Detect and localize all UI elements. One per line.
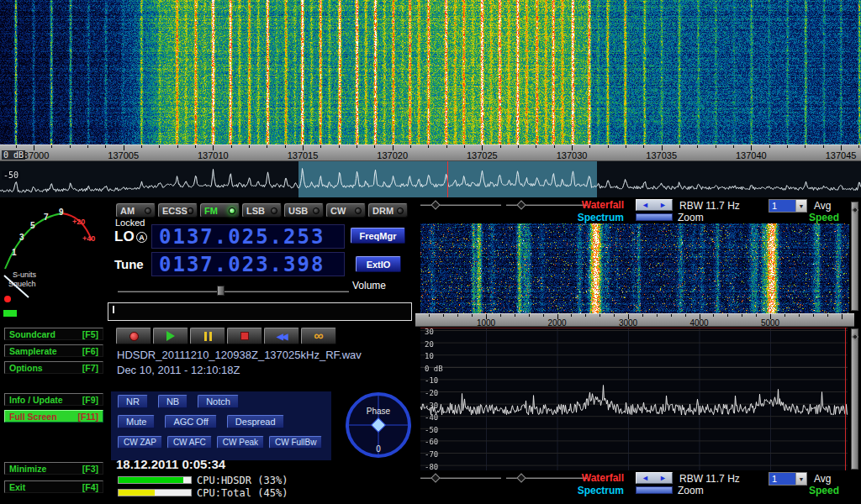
options-button[interactable]: Options[F7] [4,361,103,374]
af-frequency-scale[interactable]: 10002000300040005000 [415,313,854,327]
dsp-row: NRNBNotch [118,395,239,408]
spectrum-mode-label: Spectrum [575,485,624,496]
mode-button-label: CW [330,206,346,216]
mode-button-am[interactable]: AM [116,203,156,218]
mode-button-fm[interactable]: FM [200,203,240,218]
button-label: Info / Update [9,395,63,405]
mode-button-lsb[interactable]: LSB [242,203,282,218]
mute-button[interactable]: Mute [118,415,155,428]
play-button[interactable] [153,328,188,344]
main-spectrum-display[interactable] [0,161,861,197]
button-label: Full Screen [9,412,57,422]
mode-button-label: LSB [246,206,265,216]
pan-slider-1-thumb[interactable] [430,473,440,482]
avg-combo[interactable]: 1▼ [769,199,807,213]
playback-position-marker[interactable] [113,306,114,313]
scale-tick [642,314,643,317]
mode-button-label: AM [120,206,135,216]
button-fkey: [F7] [82,363,98,373]
cw-afc-button[interactable]: CW AFC [167,436,212,449]
af-waterfall-display[interactable] [420,223,849,313]
nb-button[interactable]: NB [158,395,188,408]
scale-tick [697,145,698,148]
mode-button-drm[interactable]: DRM [368,203,408,218]
volume-slider-track[interactable] [118,291,349,292]
spectrum-mode-label: Spectrum [575,212,624,223]
phase-value: 0 [376,444,381,454]
avg-combo[interactable]: 1▼ [769,472,807,486]
record-button[interactable] [116,328,151,344]
pause-button[interactable] [190,328,225,344]
agc-off-button[interactable]: AGC Off [165,415,216,428]
scale-tick [733,145,734,148]
playback-position-bar[interactable] [108,302,412,321]
zoom-stepper[interactable]: ◄► [636,472,673,484]
cw-peak-button[interactable]: CW Peak [217,436,264,449]
exit-button[interactable]: Exit[F4] [4,480,103,493]
scale-tick [805,145,806,148]
scale-tick [626,145,626,148]
scale-tick [784,314,785,317]
pan-slider-2-thumb[interactable] [516,473,526,482]
waterfall-contrast-slider[interactable] [851,202,858,311]
info-update-button[interactable]: Info / Update[F9] [4,393,103,406]
scale-tick [267,145,267,148]
phase-indicator[interactable]: Phase 0 [342,386,415,464]
freqmgr-button[interactable]: FreqMgr [351,228,405,244]
main-frequency-scale[interactable]: 1370001370051370101370151370201370251370… [0,144,861,161]
scale-tick [608,145,609,148]
lo-lock-icon[interactable]: A [136,232,147,243]
scale-tick [671,314,672,317]
cw-fullbw-button[interactable]: CW FullBw [269,436,322,449]
frequency-scale-label: 2000 [547,318,566,328]
zoom-right-icon[interactable]: ► [659,474,667,482]
record-icon [129,332,139,341]
minimize-button[interactable]: Minimize[F3] [4,462,103,475]
avg-combo-value: 1 [769,473,795,485]
scale-tick [543,314,544,317]
zoom-level-bar[interactable] [636,213,673,221]
pan-slider-1[interactable] [420,200,501,210]
notch-button[interactable]: Notch [198,395,239,408]
cpu-total-bar [118,489,192,496]
scale-tick [813,314,814,317]
fullscreen-button[interactable]: Full Screen[F11] [4,410,103,423]
lo-frequency-display[interactable]: 0137.025.253 [151,224,345,249]
waterfall-contrast-thumb[interactable] [852,207,858,213]
pause-icon [204,332,212,341]
af-spectrum-display[interactable] [420,328,848,470]
mode-button-ecss[interactable]: ECSS [158,203,198,218]
soundcard-button[interactable]: Soundcard[F5] [4,328,103,340]
pan-slider-1-thumb[interactable] [430,200,440,209]
current-datetime: 18.12.2011 0:05:34 [116,457,225,471]
spectrum-contrast-thumb[interactable] [852,333,858,340]
combo-arrow-icon[interactable]: ▼ [795,473,806,485]
volume-slider-thumb[interactable] [217,286,224,296]
nr-button[interactable]: NR [118,395,148,408]
zoom-left-icon[interactable]: ◄ [642,201,649,209]
samplerate-button[interactable]: Samplerate[F6] [4,344,103,357]
stop-button[interactable] [227,328,262,344]
tune-frequency-display[interactable]: 0137.023.398 [151,252,345,276]
zoom-stepper[interactable]: ◄► [636,199,673,211]
pan-slider-2-thumb[interactable] [516,200,526,209]
scale-tick [231,145,232,148]
frequency-scale-label: 137030 [557,150,588,160]
cw-zap-button[interactable]: CW ZAP [118,436,162,449]
despread-button[interactable]: Despread [227,415,284,428]
extio-button[interactable]: ExtIO [356,256,401,272]
loop-button[interactable]: ∞ [301,328,336,344]
combo-arrow-icon[interactable]: ▼ [795,200,806,212]
zoom-left-icon[interactable]: ◄ [642,474,649,482]
rewind-button[interactable]: ◀◀ [264,328,299,344]
mode-button-usb[interactable]: USB [284,203,324,218]
zoom-level-bar[interactable] [636,486,673,494]
zoom-right-icon[interactable]: ► [659,201,667,209]
waterfall-mode-label: Waterfall [575,199,624,211]
rbw-label: RBW 11.7 Hz [679,200,740,212]
volume-slider[interactable] [118,286,349,297]
main-waterfall-display[interactable] [0,0,861,144]
pan-slider-1[interactable] [420,473,501,483]
mode-button-cw[interactable]: CW [326,203,366,218]
spectrum-contrast-slider[interactable] [851,328,858,470]
